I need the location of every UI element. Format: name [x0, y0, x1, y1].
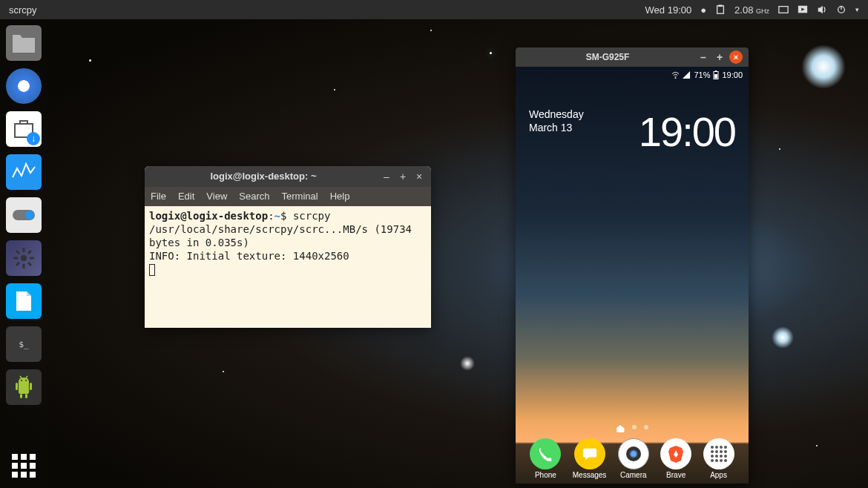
dock-app-brave[interactable]: Brave — [660, 438, 691, 479]
screen-icon[interactable] — [798, 4, 808, 15]
terminal-title: logix@logix-desktop: ~ — [151, 170, 376, 183]
menu-search[interactable]: Search — [239, 190, 269, 203]
terminal-window: logix@logix-desktop: ~ – + × File Edit V… — [145, 166, 431, 328]
maximize-button[interactable]: + — [397, 170, 409, 183]
svg-point-25 — [675, 77, 677, 79]
clock-widget[interactable]: Wednesday March 13 19:00 — [516, 108, 749, 156]
svg-rect-1 — [718, 4, 722, 7]
svg-marker-26 — [683, 71, 690, 79]
terminal-command: scrcpy — [293, 210, 331, 222]
svg-point-17 — [21, 380, 22, 381]
svg-line-16 — [16, 263, 19, 266]
minimize-button[interactable]: – — [697, 50, 710, 64]
app-label: Messages — [573, 471, 607, 479]
menu-view[interactable]: View — [206, 190, 227, 203]
menu-file[interactable]: File — [151, 190, 166, 203]
show-apps-button[interactable] — [12, 454, 36, 478]
dock-item-software[interactable]: ↓ — [6, 111, 42, 147]
dock-item-shutter[interactable] — [6, 240, 42, 276]
close-button[interactable]: × — [729, 50, 743, 64]
home-page-dot[interactable] — [617, 425, 625, 432]
workspace-icon[interactable] — [778, 4, 789, 15]
menu-help[interactable]: Help — [330, 190, 350, 203]
svg-rect-28 — [715, 70, 717, 72]
maximize-button[interactable]: + — [713, 50, 726, 64]
wifi-icon — [671, 71, 680, 79]
prompt-path: ~ — [274, 210, 280, 222]
dock-app-camera[interactable]: Camera — [618, 438, 649, 479]
svg-line-13 — [16, 251, 19, 254]
dock-app-messages[interactable]: Messages — [573, 438, 607, 479]
app-label: Brave — [666, 471, 685, 479]
dock-item-android[interactable] — [6, 369, 42, 405]
svg-marker-5 — [818, 6, 823, 14]
page-dot[interactable] — [632, 425, 637, 429]
system-indicators[interactable]: Wed 19:00 ● 2.08 GHz ▾ — [645, 4, 859, 16]
cpu-indicator[interactable]: 2.08 GHz — [734, 4, 769, 16]
phone-status-bar[interactable]: 71% 19:00 — [516, 67, 749, 83]
page-dot[interactable] — [644, 425, 648, 429]
svg-line-15 — [28, 251, 31, 254]
terminal-menubar: File Edit View Search Terminal Help — [145, 187, 431, 206]
phone-screen[interactable]: 71% 19:00 Wednesday March 13 19:00 Phone… — [516, 67, 749, 484]
dock-app-phone[interactable]: Phone — [530, 438, 561, 479]
app-label: Apps — [710, 471, 727, 479]
prompt-user: logix@logix-desktop — [149, 210, 268, 222]
svg-rect-21 — [16, 383, 18, 390]
scrcpy-title: SM-G925F — [522, 52, 694, 62]
page-indicator[interactable] — [516, 425, 749, 432]
dock-item-document[interactable] — [6, 283, 42, 319]
terminal-output-line: /usr/local/share/scrcpy/scrc...MB/s (197… — [149, 223, 412, 248]
battery-icon — [713, 70, 719, 79]
dock-item-settings[interactable] — [6, 197, 42, 233]
widget-day: Wednesday — [529, 108, 584, 121]
dock-item-browser[interactable] — [6, 68, 42, 104]
svg-rect-2 — [779, 7, 788, 13]
scrcpy-titlebar[interactable]: SM-G925F – + × — [516, 47, 749, 67]
svg-rect-22 — [30, 383, 32, 390]
chevron-down-icon[interactable]: ▾ — [855, 6, 859, 13]
widget-date: March 13 — [529, 121, 584, 134]
svg-rect-24 — [25, 394, 27, 398]
terminal-titlebar[interactable]: logix@logix-desktop: ~ – + × — [145, 166, 431, 187]
terminal-cursor — [149, 264, 155, 276]
terminal-output-line: INFO: Initial texture: 1440x2560 — [149, 250, 349, 262]
clock-dot: ● — [700, 4, 706, 16]
svg-rect-0 — [717, 6, 724, 14]
svg-rect-23 — [20, 394, 22, 398]
menu-edit[interactable]: Edit — [178, 190, 194, 203]
dock-item-files[interactable] — [6, 25, 42, 61]
svg-line-19 — [20, 376, 22, 378]
launcher-dock: ↓ $_ — [0, 19, 47, 488]
svg-line-20 — [26, 376, 27, 378]
terminal-body[interactable]: logix@logix-desktop:~$ scrcpy /usr/local… — [145, 206, 431, 328]
dock-item-system-monitor[interactable] — [6, 154, 42, 190]
svg-line-14 — [28, 263, 31, 266]
dock-app-apps[interactable]: Apps — [703, 438, 734, 479]
minimize-button[interactable]: – — [381, 170, 392, 183]
menu-terminal[interactable]: Terminal — [282, 190, 318, 203]
app-label: Phone — [535, 471, 556, 479]
top-bar: scrcpy Wed 19:00 ● 2.08 GHz ▾ — [0, 0, 868, 19]
clock-indicator[interactable]: Wed 19:00 — [645, 4, 692, 16]
close-button[interactable]: × — [413, 170, 425, 183]
signal-icon — [683, 71, 691, 79]
battery-percent: 71% — [694, 70, 710, 79]
phone-dock: Phone Messages Camera Brave Apps — [516, 438, 749, 479]
svg-point-18 — [25, 380, 27, 381]
power-icon[interactable] — [836, 4, 846, 15]
app-label: Camera — [620, 471, 647, 479]
active-app-name: scrcpy — [9, 4, 37, 16]
scrcpy-window: SM-G925F – + × 71% 19:00 Wednesday March… — [516, 47, 749, 484]
dock-item-terminal[interactable]: $_ — [6, 326, 42, 362]
clipboard-icon[interactable] — [715, 4, 726, 15]
svg-point-8 — [21, 255, 27, 261]
widget-clock: 19:00 — [639, 108, 735, 156]
svg-rect-29 — [714, 74, 717, 79]
volume-icon[interactable] — [817, 4, 827, 15]
status-time: 19:00 — [722, 70, 743, 79]
